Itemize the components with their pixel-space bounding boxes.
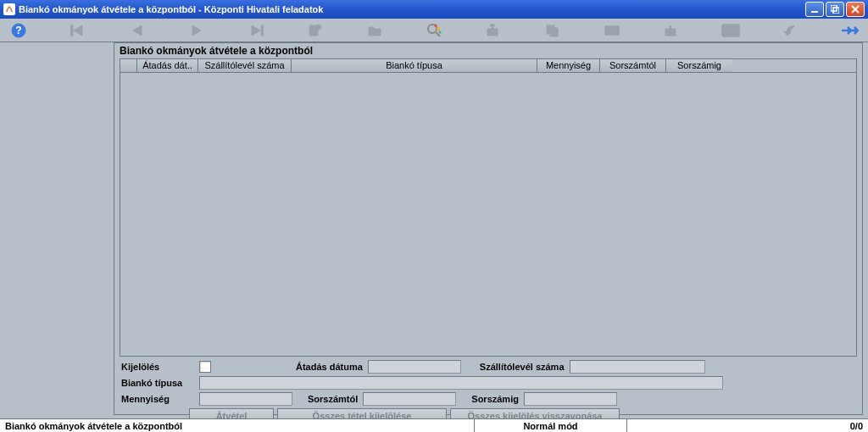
svg-text:?: ? (15, 25, 21, 36)
svg-rect-18 (609, 28, 611, 30)
svg-rect-20 (615, 28, 616, 30)
col-sorszamtol[interactable]: Sorszámtól (600, 59, 666, 72)
label-bianko-tipusa: Biankó típusa (121, 378, 194, 388)
search-icon[interactable] (424, 21, 444, 40)
content-panel: Biankó okmányok átvétele a központból Át… (114, 42, 863, 415)
label-atadas-datuma: Átadás dátuma (296, 362, 363, 372)
label-kijeloles: Kijelölés (121, 362, 194, 372)
new-icon[interactable] (305, 21, 326, 40)
col-bianko-tipusa[interactable]: Biankó típusa (292, 59, 537, 72)
checkbox-kijeloles[interactable] (199, 361, 211, 373)
svg-rect-17 (607, 28, 609, 30)
svg-rect-24 (615, 30, 616, 32)
svg-rect-21 (607, 30, 609, 32)
svg-rect-19 (612, 28, 614, 30)
svg-text:OK: OK (725, 27, 737, 36)
input-atadas-datuma[interactable] (368, 360, 461, 374)
ok-icon[interactable]: OK (721, 21, 741, 40)
label-szallitolevel: Szállítólevél száma (480, 362, 565, 372)
first-icon[interactable] (68, 21, 88, 40)
input-sorszamig[interactable] (524, 392, 617, 406)
svg-point-10 (437, 27, 440, 30)
app-icon (3, 3, 15, 15)
svg-rect-15 (550, 28, 558, 36)
undo-icon[interactable] (780, 21, 800, 40)
close-button[interactable] (846, 2, 865, 17)
svg-point-12 (439, 30, 442, 33)
input-bianko-tipusa[interactable] (199, 376, 723, 390)
status-bar: Biankó okmányok átvétele a központból No… (0, 418, 868, 432)
svg-rect-6 (261, 25, 264, 36)
last-icon[interactable] (246, 21, 266, 40)
minimize-button[interactable] (805, 2, 824, 17)
label-sorszamtol: Sorszámtól (308, 394, 358, 404)
status-mode: Normál mód (475, 419, 627, 432)
copy-icon[interactable] (542, 21, 563, 40)
input-szallitolevel[interactable] (570, 360, 705, 374)
status-counter: 0/0 (627, 419, 868, 432)
input-mennyiseg[interactable] (199, 392, 292, 406)
col-mennyiseg[interactable]: Mennyiség (537, 59, 600, 72)
label-mennyiseg: Mennyiség (121, 394, 194, 404)
grid-body[interactable] (120, 73, 856, 356)
svg-point-8 (316, 25, 321, 30)
col-sorszamig[interactable]: Sorszámig (666, 59, 732, 72)
title-bar: Biankó okmányok átvétele a központból - … (0, 0, 868, 19)
panel-title: Biankó okmányok átvétele a központból (114, 43, 862, 58)
svg-rect-5 (70, 25, 73, 36)
data-grid[interactable]: Átadás dát.. Szállítólevél száma Biankó … (120, 58, 857, 357)
prev-icon[interactable] (127, 21, 147, 40)
svg-rect-22 (609, 30, 611, 32)
import-icon[interactable] (661, 21, 682, 40)
maximize-button[interactable] (826, 2, 844, 17)
input-sorszamtol[interactable] (363, 392, 456, 406)
col-checkbox[interactable] (120, 59, 137, 72)
next-icon[interactable] (186, 21, 207, 40)
left-spacer (5, 42, 114, 427)
forward-icon[interactable] (839, 21, 860, 40)
svg-rect-0 (811, 11, 818, 13)
status-left: Biankó okmányok átvétele a központból (0, 419, 475, 432)
label-sorszamig: Sorszámig (471, 394, 519, 404)
svg-point-11 (435, 24, 437, 26)
toolbar: ? OK (0, 19, 868, 42)
keyboard-icon[interactable] (602, 21, 622, 40)
grid-header: Átadás dát.. Szállítólevél száma Biankó … (120, 59, 856, 73)
open-icon[interactable] (364, 21, 385, 40)
form-area: Kijelölés Átadás dátuma Szállítólevél sz… (114, 357, 862, 428)
col-atadas-dat[interactable]: Átadás dát.. (137, 59, 198, 72)
window-title: Biankó okmányok átvétele a központból - … (19, 4, 805, 14)
svg-rect-23 (612, 30, 614, 32)
col-szallitolevel[interactable]: Szállítólevél száma (198, 59, 292, 72)
export-icon[interactable] (483, 21, 504, 40)
window-controls (805, 2, 865, 17)
main-area: Biankó okmányok átvétele a központból Át… (0, 42, 868, 427)
help-icon[interactable]: ? (8, 21, 29, 40)
